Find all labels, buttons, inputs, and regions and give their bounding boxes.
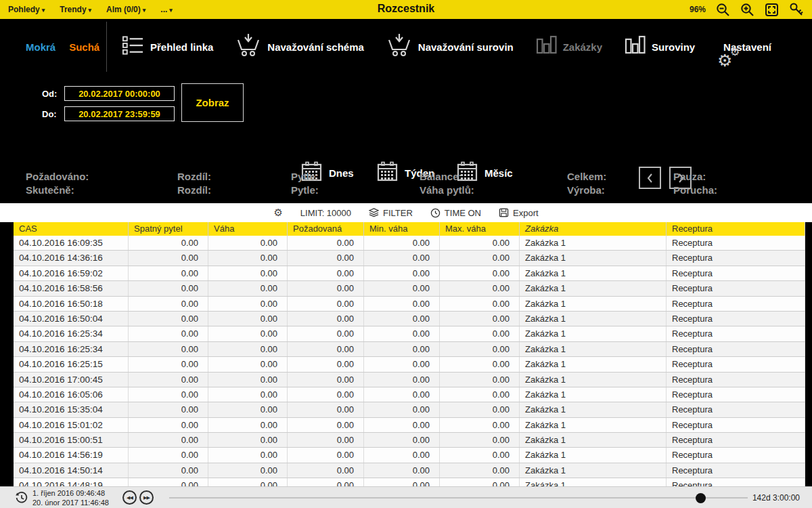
table-cell: Zakázka 1 xyxy=(520,236,667,250)
timeline-duration: 142d 3:00:00 xyxy=(752,493,800,503)
table-cell: 0.00 xyxy=(129,236,208,250)
column-header[interactable]: Zakázka xyxy=(520,222,667,236)
settings-button[interactable]: ⚙ xyxy=(273,207,282,219)
timeline-range: 1. říjen 2016 09:46:48 20. únor 2017 11:… xyxy=(32,488,109,507)
top-menu-bar: Pohledy▾Trendy▾Alm (0/0)▾...▾ Rozcestnik… xyxy=(0,0,812,19)
table-cell: 0.00 xyxy=(440,402,520,417)
table-row[interactable]: 04.10.2016 14:56:190.000.000.000.000.00Z… xyxy=(14,448,805,463)
table-row[interactable]: 04.10.2016 16:50:040.000.000.000.000.00Z… xyxy=(14,312,805,326)
table-cell: 04.10.2016 16:25:34 xyxy=(14,342,129,356)
history-clock-icon[interactable] xyxy=(15,491,28,505)
table-cell: 0.00 xyxy=(364,251,440,265)
mode-tab-0[interactable]: Mokrá xyxy=(26,41,55,53)
time-toggle[interactable]: TIME ON xyxy=(430,208,481,218)
table-row[interactable]: 04.10.2016 16:25:340.000.000.000.000.00Z… xyxy=(14,326,805,341)
table-cell: 04.10.2016 14:50:14 xyxy=(14,463,129,478)
table-cell: 0.00 xyxy=(129,418,208,432)
table-cell: 04.10.2016 16:50:18 xyxy=(14,297,129,311)
table-row[interactable]: 04.10.2016 16:50:180.000.000.000.000.00Z… xyxy=(14,297,805,312)
table-row[interactable]: 04.10.2016 16:05:060.000.000.000.000.00Z… xyxy=(14,387,805,402)
key-icon[interactable] xyxy=(789,2,804,17)
table-row[interactable]: 04.10.2016 14:48:190.000.000.000.000.00Z… xyxy=(14,478,805,486)
nav-item[interactable]: Přehled linka xyxy=(122,35,213,58)
stat-label: Požadováno: xyxy=(26,171,89,182)
table-cell: Receptura xyxy=(667,297,805,311)
column-header[interactable]: Váha xyxy=(208,222,288,236)
date-to-input[interactable] xyxy=(64,106,175,121)
stat-label: Rozdíl: xyxy=(177,171,211,182)
mode-switch-group: MokráSuchá xyxy=(26,19,99,75)
table-cell: 0.00 xyxy=(440,373,520,387)
table-cell: 0.00 xyxy=(440,266,520,280)
table-row[interactable]: 04.10.2016 16:09:350.000.000.000.000.00Z… xyxy=(14,236,805,251)
table-cell: 0.00 xyxy=(364,236,440,250)
table-cell: 0.00 xyxy=(364,312,440,326)
menu-label: ... xyxy=(160,5,167,14)
show-range-button[interactable]: Zobraz xyxy=(181,83,244,122)
nav-item[interactable]: Navažování schéma xyxy=(235,33,364,60)
stat-label: Výroba: xyxy=(567,184,605,196)
bar-chart-icon xyxy=(536,35,557,60)
timeline-slider-handle[interactable] xyxy=(696,493,706,503)
date-from-input[interactable] xyxy=(64,86,175,101)
table-row[interactable]: 04.10.2016 16:25:340.000.000.000.000.00Z… xyxy=(14,342,805,357)
column-header[interactable]: Receptura xyxy=(667,222,805,236)
menu-item-3[interactable]: ...▾ xyxy=(160,5,173,14)
table-row[interactable]: 04.10.2016 14:36:160.000.000.000.000.00Z… xyxy=(14,251,805,266)
nav-item[interactable]: Suroviny xyxy=(625,35,695,60)
mode-tab-1[interactable]: Suchá xyxy=(69,41,99,53)
table-row[interactable]: 04.10.2016 14:50:140.000.000.000.000.00Z… xyxy=(14,463,805,478)
table-cell: Zakázka 1 xyxy=(520,312,667,326)
menu-item-0[interactable]: Pohledy▾ xyxy=(8,5,45,14)
zoom-out-icon[interactable] xyxy=(716,3,730,17)
gear-icon: ⚙ xyxy=(273,207,282,219)
menu-item-2[interactable]: Alm (0/0)▾ xyxy=(106,5,145,14)
column-header[interactable]: Spatný pytel xyxy=(129,222,208,236)
table-cell: 0.00 xyxy=(364,281,440,295)
table-row[interactable]: 04.10.2016 15:00:510.000.000.000.000.00Z… xyxy=(14,433,805,448)
column-header[interactable]: CAS xyxy=(14,222,129,236)
table-cell: 0.00 xyxy=(129,297,208,311)
quick-range-button-měsíc[interactable]: Měsíc xyxy=(457,161,513,185)
limit-setting[interactable]: LIMIT: 10000 xyxy=(300,208,351,218)
table-cell: 0.00 xyxy=(129,326,208,341)
nav-item[interactable]: Navažování surovin xyxy=(386,33,514,60)
table-cell: 04.10.2016 16:05:06 xyxy=(14,387,129,402)
table-row[interactable]: 04.10.2016 16:25:150.000.000.000.000.00Z… xyxy=(14,357,805,372)
table-cell: 04.10.2016 15:00:51 xyxy=(14,433,129,447)
app-window: Pohledy▾Trendy▾Alm (0/0)▾...▾ Rozcestnik… xyxy=(0,0,812,508)
filter-toggle[interactable]: FILTER xyxy=(369,208,413,218)
stat-label: Balance: xyxy=(420,171,462,182)
table-cell: 0.00 xyxy=(288,418,364,432)
table-cell: 04.10.2016 17:00:45 xyxy=(14,373,129,387)
nav-divider xyxy=(106,22,107,72)
table-cell: 0.00 xyxy=(208,297,288,311)
table-cell: 0.00 xyxy=(208,281,288,295)
prev-period-button[interactable] xyxy=(639,167,661,189)
nav-item[interactable]: ⚙⚙Nastavení xyxy=(717,41,771,53)
export-label: Export xyxy=(513,208,539,218)
table-cell: 0.00 xyxy=(288,373,364,387)
fullscreen-icon[interactable] xyxy=(765,3,779,17)
table-row[interactable]: 04.10.2016 15:01:020.000.000.000.000.00Z… xyxy=(14,418,805,433)
zoom-in-icon[interactable] xyxy=(740,3,754,17)
timeline-end: 20. únor 2017 11:46:48 xyxy=(32,498,109,507)
export-button[interactable]: Export xyxy=(499,208,539,218)
stat-label: Rozdíl: xyxy=(177,184,211,196)
table-row[interactable]: 04.10.2016 16:58:560.000.000.000.000.00Z… xyxy=(14,281,805,296)
timeline-track[interactable] xyxy=(169,497,748,499)
table-row[interactable]: 04.10.2016 16:59:020.000.000.000.000.00Z… xyxy=(14,266,805,281)
nav-item[interactable]: Zakázky xyxy=(536,35,602,60)
column-header[interactable]: Požadovaná xyxy=(288,222,364,236)
menu-item-1[interactable]: Trendy▾ xyxy=(60,5,91,14)
column-header[interactable]: Max. váha xyxy=(440,222,520,236)
table-row[interactable]: 04.10.2016 17:00:450.000.000.000.000.00Z… xyxy=(14,373,805,387)
od-label: Od: xyxy=(42,89,57,99)
rewind-button[interactable]: ◀◀ xyxy=(122,490,137,505)
column-header[interactable]: Min. váha xyxy=(364,222,440,236)
forward-button[interactable]: ▶▶ xyxy=(139,490,154,505)
table-cell: 0.00 xyxy=(364,387,440,402)
data-table: CASSpatný pytelVáhaPožadovanáMin. váhaMa… xyxy=(14,222,805,486)
timeline-start: 1. říjen 2016 09:46:48 xyxy=(32,488,109,498)
table-row[interactable]: 04.10.2016 15:35:040.000.000.000.000.00Z… xyxy=(14,402,805,417)
